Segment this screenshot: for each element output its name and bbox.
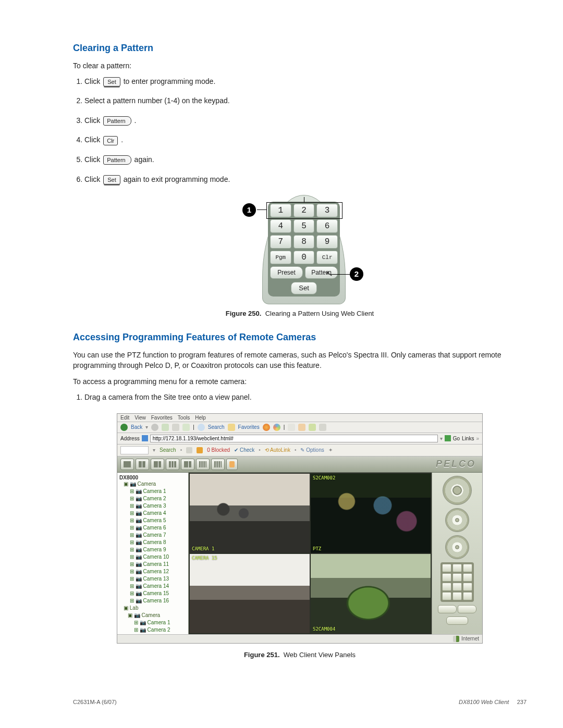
mail-icon[interactable]: [288, 424, 295, 431]
mini-key[interactable]: [452, 583, 462, 591]
ptz-zoom-ring[interactable]: [445, 508, 469, 532]
mini-key[interactable]: [463, 564, 472, 572]
layout-1p5-icon[interactable]: [151, 459, 164, 470]
tree-root[interactable]: DX8000: [119, 475, 186, 480]
keypad-key-5[interactable]: 5: [293, 219, 315, 233]
tree-camera-item[interactable]: ⊞ 📷 Camera 8: [119, 539, 186, 546]
refresh-icon[interactable]: [172, 424, 179, 431]
tree-camera-item[interactable]: ⊞ 📷 Camera 5: [119, 517, 186, 524]
tb2-search[interactable]: Search: [160, 447, 176, 453]
links-label[interactable]: Links: [462, 436, 474, 441]
back-label[interactable]: Back: [131, 424, 142, 430]
keypad-key-9[interactable]: 9: [316, 235, 338, 249]
search-label[interactable]: Search: [208, 424, 225, 430]
tb2-blocked[interactable]: 0 Blocked: [207, 447, 230, 453]
view-panel-3[interactable]: CAMERA 15: [190, 554, 310, 633]
search-icon[interactable]: [198, 424, 205, 431]
keypad-key-6[interactable]: 6: [316, 219, 338, 233]
layout-1x1-icon[interactable]: [120, 459, 134, 470]
ptz-keypad: [440, 562, 474, 602]
discuss-icon[interactable]: [319, 424, 326, 431]
mini-key[interactable]: [442, 583, 451, 591]
tree-camera-item[interactable]: ⊞ 📷 Camera 9: [119, 546, 186, 553]
favorites-icon[interactable]: [228, 424, 235, 431]
mini-key[interactable]: [463, 573, 472, 582]
step-text: Click: [84, 77, 100, 85]
layout-2x2-icon[interactable]: [136, 459, 149, 470]
tree-camera-item[interactable]: ⊞ 📷 Camera 3: [119, 502, 186, 510]
tree-camera-node[interactable]: ▣ 📷 Camera: [119, 480, 186, 488]
menu-view[interactable]: View: [134, 415, 146, 421]
tree-camera-item[interactable]: ⊞ 📷 Camera 2: [119, 495, 186, 502]
menu-help[interactable]: Help: [195, 415, 206, 421]
mini-key[interactable]: [463, 583, 472, 591]
layout-4x4-icon[interactable]: [211, 459, 225, 470]
mini-key[interactable]: [452, 564, 462, 572]
view-panel-4[interactable]: S2CAM004: [311, 554, 431, 633]
tb2-options[interactable]: ✎ Options: [300, 447, 324, 453]
menu-tools[interactable]: Tools: [178, 415, 190, 421]
layout-1p12-icon[interactable]: [196, 459, 210, 470]
mini-pattern[interactable]: [458, 605, 476, 613]
view-panel-2[interactable]: S2CAM002 PTZ: [311, 474, 431, 553]
stop-icon[interactable]: [162, 424, 169, 431]
keypad-key-4[interactable]: 4: [270, 219, 291, 233]
tree-camera-node-2[interactable]: ▣ 📷 Camera: [119, 612, 186, 619]
mini-key[interactable]: [452, 573, 462, 582]
keypad-key-7[interactable]: 7: [270, 235, 291, 249]
ptz-pan-ring[interactable]: [443, 476, 472, 505]
go-label[interactable]: Go: [453, 436, 460, 441]
forward-icon[interactable]: [151, 424, 158, 431]
view-panel-1[interactable]: CAMERA 1: [190, 474, 310, 553]
keypad-key-clr[interactable]: Clr: [316, 251, 338, 264]
tree-camera-item[interactable]: ⊞ 📷 Camera 6: [119, 524, 186, 532]
media-icon[interactable]: [263, 424, 270, 431]
webclient-screenshot: Edit View Favorites Tools Help Back ▾ | …: [117, 413, 483, 644]
tree-camera-item[interactable]: ⊞ 📷 Camera 1: [119, 488, 186, 495]
ptz-focus-ring[interactable]: [445, 535, 469, 559]
tree-camera-item[interactable]: ⊞ 📷 Camera 11: [119, 561, 186, 568]
layout-3x3-icon[interactable]: [166, 459, 179, 470]
mini-key[interactable]: [442, 573, 451, 582]
tree-camera-item[interactable]: ⊞ 📷 Camera 16: [119, 597, 186, 604]
favorites-label[interactable]: Favorites: [238, 424, 260, 430]
go-icon[interactable]: [445, 435, 451, 441]
mini-key[interactable]: [442, 564, 451, 572]
section1-body: To clear a pattern: Click Set to enter p…: [73, 61, 527, 184]
mini-key[interactable]: [442, 592, 451, 600]
home-icon[interactable]: [182, 424, 190, 431]
menu-edit[interactable]: Edit: [120, 415, 129, 421]
layout-extra-icon[interactable]: [226, 459, 238, 470]
menu-favorites[interactable]: Favorites: [151, 415, 173, 421]
tree-camera-item[interactable]: ⊞ 📷 Camera 13: [119, 575, 186, 583]
tree-camera-item[interactable]: ⊞ 📷 Camera 2: [119, 626, 186, 634]
tree-camera-item[interactable]: ⊞ 📷 Camera 4: [119, 510, 186, 517]
site-tree[interactable]: DX8000 ▣ 📷 Camera ⊞ 📷 Camera 1⊞ 📷 Camera…: [117, 473, 189, 634]
tree-lab-node[interactable]: ▣ Lab: [119, 604, 186, 612]
keypad-preset-button[interactable]: Preset: [270, 266, 303, 279]
history-icon[interactable]: [273, 424, 280, 431]
edit-icon[interactable]: [309, 424, 316, 431]
layout-1p7-icon[interactable]: [181, 459, 194, 470]
tree-camera-item[interactable]: ⊞ 📷 Camera 15: [119, 590, 186, 597]
tb2-autolink[interactable]: ⟲ AutoLink: [265, 447, 290, 453]
keypad-key-0[interactable]: 0: [293, 251, 315, 264]
keypad-key-pgm[interactable]: Pgm: [270, 251, 291, 264]
mini-preset[interactable]: [438, 605, 457, 613]
tree-camera-item[interactable]: ⊞ 📷 Camera 7: [119, 532, 186, 539]
tree-camera-item[interactable]: ⊞ 📷 Camera 14: [119, 583, 186, 590]
tree-camera-item[interactable]: ⊞ 📷 Camera 10: [119, 553, 186, 561]
pattern-button-icon: Pattern: [103, 155, 131, 165]
mini-key[interactable]: [452, 592, 462, 600]
tree-camera-item[interactable]: ⊞ 📷 Camera 3: [119, 634, 186, 634]
mini-set[interactable]: [446, 616, 468, 625]
address-input[interactable]: [150, 435, 438, 442]
tree-camera-item[interactable]: ⊞ 📷 Camera 1: [119, 619, 186, 626]
print-icon[interactable]: [298, 424, 305, 431]
back-icon[interactable]: [120, 424, 128, 431]
keypad-key-8[interactable]: 8: [293, 235, 315, 249]
tree-camera-item[interactable]: ⊞ 📷 Camera 12: [119, 568, 186, 575]
tb2-check[interactable]: ✔ Check: [234, 447, 254, 453]
keypad-set-button[interactable]: Set: [291, 282, 317, 294]
mini-key[interactable]: [463, 592, 472, 600]
